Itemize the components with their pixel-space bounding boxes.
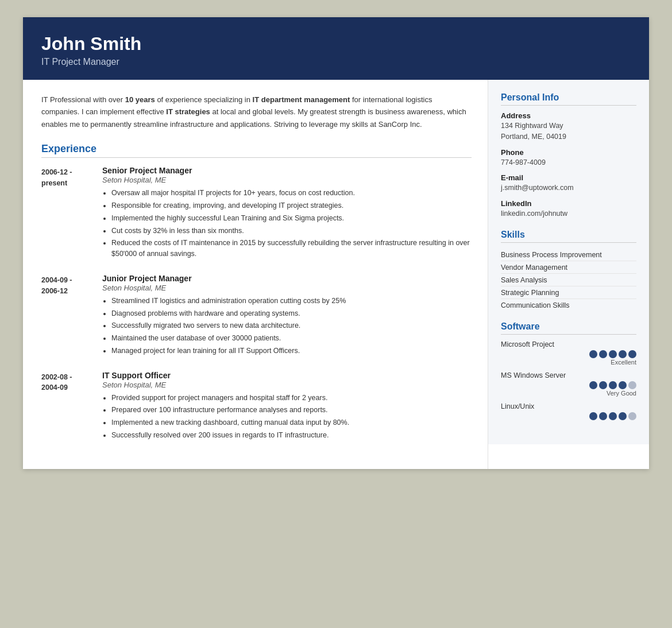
bullet-item: Streamlined IT logistics and administrat… — [111, 296, 472, 307]
software-dots — [501, 412, 636, 420]
software-dot — [599, 412, 607, 420]
exp-job-title: Senior Project Manager — [102, 166, 472, 175]
software-dot — [609, 381, 617, 389]
exp-bullets: Streamlined IT logistics and administrat… — [102, 296, 472, 356]
experience-list: 2006-12 -present Senior Project Manager … — [41, 166, 472, 442]
software-name: Microsoft Project — [501, 340, 636, 348]
bullet-item: Implemented the highly successful Lean T… — [111, 213, 472, 224]
software-name: Linux/Unix — [501, 402, 636, 410]
experience-title: Experience — [41, 143, 472, 158]
summary-text: IT Professional with over 10 years of ex… — [41, 94, 472, 130]
bullet-item: Successfully migrated two servers to new… — [111, 320, 472, 331]
personal-info-section: Personal Info Address 134 Rightward WayP… — [501, 92, 636, 219]
experience-item: 2004-09 -2006-12 Junior Project Manager … — [41, 274, 472, 358]
resume-header: John Smith IT Project Manager — [23, 17, 649, 80]
exp-bullets: Provided support for project managers an… — [102, 393, 472, 441]
software-item: Linux/Unix — [501, 402, 636, 420]
software-dot — [609, 350, 617, 358]
address-label: Address — [501, 111, 636, 120]
experience-item: 2002-08 -2004-09 IT Support Officer Seto… — [41, 371, 472, 443]
bullet-item: Prepared over 100 infrastructure perform… — [111, 405, 472, 416]
bullet-item: Cut costs by 32% in less than six months… — [111, 226, 472, 237]
software-dot — [628, 412, 636, 420]
exp-company: Seton Hospital, ME — [102, 176, 472, 184]
software-dot — [599, 350, 607, 358]
software-dot — [589, 412, 597, 420]
exp-bullets: Oversaw all major hospital IT projects f… — [102, 188, 472, 259]
main-column: IT Professional with over 10 years of ex… — [23, 80, 488, 469]
bullet-item: Diagnosed problems with hardware and ope… — [111, 308, 472, 319]
skill-item: Sales Analysis — [501, 274, 636, 286]
software-name: MS Windows Server — [501, 371, 636, 379]
software-item: MS Windows Server Very Good — [501, 371, 636, 397]
candidate-title: IT Project Manager — [41, 57, 631, 67]
experience-section: Experience 2006-12 -present Senior Proje… — [41, 143, 472, 442]
body-wrapper: IT Professional with over 10 years of ex… — [23, 80, 649, 469]
personal-info-title: Personal Info — [501, 92, 636, 106]
exp-job-title: Junior Project Manager — [102, 274, 472, 283]
bullet-item: Responsible for creating, improving, and… — [111, 200, 472, 211]
candidate-name: John Smith — [41, 33, 631, 55]
software-title: Software — [501, 321, 636, 335]
software-rating-label: Excellent — [501, 359, 636, 366]
bullet-item: Provided support for project managers an… — [111, 393, 472, 404]
software-dot — [619, 381, 627, 389]
resume-container: John Smith IT Project Manager IT Profess… — [23, 17, 649, 469]
linkedin-label: LinkedIn — [501, 199, 636, 208]
software-rating-label: Very Good — [501, 390, 636, 397]
software-dot — [599, 381, 607, 389]
software-dot — [609, 412, 617, 420]
software-list: Microsoft Project Excellent MS Windows S… — [501, 340, 636, 420]
bullet-item: Oversaw all major hospital IT projects f… — [111, 188, 472, 199]
software-dot — [619, 350, 627, 358]
exp-content: Junior Project Manager Seton Hospital, M… — [102, 274, 472, 358]
exp-dates: 2002-08 -2004-09 — [41, 371, 92, 443]
exp-company: Seton Hospital, ME — [102, 381, 472, 389]
side-column: Personal Info Address 134 Rightward WayP… — [488, 80, 649, 444]
experience-item: 2006-12 -present Senior Project Manager … — [41, 166, 472, 261]
bullet-item: Maintained the user database of over 300… — [111, 333, 472, 344]
exp-content: Senior Project Manager Seton Hospital, M… — [102, 166, 472, 261]
exp-dates: 2006-12 -present — [41, 166, 92, 261]
bullet-item: Reduced the costs of IT maintenance in 2… — [111, 238, 472, 259]
software-dot — [589, 381, 597, 389]
skill-item: Communication Skills — [501, 299, 636, 311]
exp-content: IT Support Officer Seton Hospital, ME Pr… — [102, 371, 472, 443]
software-dots — [501, 350, 636, 358]
exp-dates: 2004-09 -2006-12 — [41, 274, 92, 358]
software-dot — [589, 350, 597, 358]
skill-item: Vendor Management — [501, 261, 636, 274]
skills-section: Skills Business Process ImprovementVendo… — [501, 230, 636, 311]
software-dot — [628, 350, 636, 358]
bullet-item: Implemented a new tracking dashboard, cu… — [111, 417, 472, 428]
email-value: j.smith@uptowork.com — [501, 183, 636, 193]
software-dot — [628, 381, 636, 389]
address-value: 134 Rightward WayPortland, ME, 04019 — [501, 121, 636, 142]
bullet-item: Successfully resolved over 200 issues in… — [111, 430, 472, 441]
software-dot — [619, 412, 627, 420]
linkedin-value: linkedin.com/johnutw — [501, 208, 636, 219]
software-item: Microsoft Project Excellent — [501, 340, 636, 366]
software-dots — [501, 381, 636, 389]
phone-value: 774-987-4009 — [501, 157, 636, 168]
exp-job-title: IT Support Officer — [102, 371, 472, 380]
bullet-item: Managed project for lean training for al… — [111, 346, 472, 356]
phone-label: Phone — [501, 148, 636, 157]
skill-item: Business Process Improvement — [501, 249, 636, 261]
email-label: E-mail — [501, 173, 636, 182]
skills-list: Business Process ImprovementVendor Manag… — [501, 249, 636, 311]
skills-title: Skills — [501, 230, 636, 243]
exp-company: Seton Hospital, ME — [102, 284, 472, 292]
software-section: Software Microsoft Project Excellent MS … — [501, 321, 636, 420]
skill-item: Strategic Planning — [501, 286, 636, 299]
